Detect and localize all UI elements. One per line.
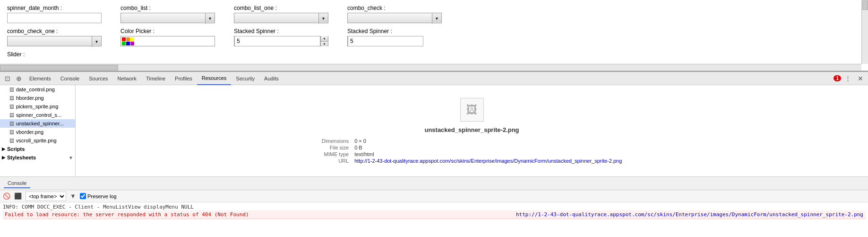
devtools-body: 🖼 date_control.png 🖼 hborder.png 🖼 picke… (0, 85, 868, 176)
devtools-main: 🖼 unstacked_spinner_sprite-2.png Dimensi… (76, 85, 868, 176)
preserve-log-text: Preserve log (87, 193, 117, 199)
console-tab-bar: Console (0, 176, 868, 190)
slider-label: Slider : (7, 51, 25, 58)
color-picker-label: Color Picker : (120, 28, 215, 35)
combo-check-one-arrow[interactable]: ▼ (92, 36, 101, 47)
tab-console[interactable]: Console (56, 72, 84, 85)
stacked-spinner-1-label: Stacked Spinner : (234, 28, 328, 35)
sidebar-file-vscroll-sprite[interactable]: 🖼 vscroll_sprite.png (0, 136, 75, 145)
tab-timeline[interactable]: Timeline (141, 72, 170, 85)
color-purple (130, 42, 134, 45)
devtools-sidebar: 🖼 date_control.png 🖼 hborder.png 🖼 picke… (0, 85, 76, 176)
stylesheets-scroll-arrow: ▼ (69, 155, 73, 160)
stacked-spinner-1-control[interactable]: ▲ ▼ (234, 36, 328, 46)
combo-check-field: combo_check : ▼ (347, 5, 442, 23)
size-label: File size (322, 145, 349, 150)
color-green (122, 42, 126, 45)
console-tab-btn[interactable]: Console (4, 179, 30, 188)
file-icon-0: 🖼 (9, 87, 14, 92)
sidebar-file-list: 🖼 date_control.png 🖼 hborder.png 🖼 picke… (0, 85, 75, 145)
console-clear-btn[interactable]: 🚫 (3, 193, 10, 200)
tab-resources[interactable]: Resources (197, 72, 232, 85)
spinner-date-month-input[interactable] (7, 13, 102, 23)
h-scrollbar-thumb (0, 65, 118, 70)
color-red (122, 37, 126, 41)
stacked-spinner-1-field: Stacked Spinner : ▲ ▼ (234, 28, 328, 46)
stacked-spinner-1-arrows: ▲ ▼ (320, 36, 328, 46)
resource-preview: 🖼 unstacked_spinner_sprite-2.png Dimensi… (322, 98, 622, 164)
console-log-area: INFO: COMM DOCC_EXEC - Client - MenuList… (0, 202, 868, 237)
combo-check-select[interactable]: ▼ (347, 13, 442, 23)
combo-list-arrow[interactable]: ▼ (205, 13, 215, 24)
sidebar-file-vborder[interactable]: 🖼 vborder.png (0, 128, 75, 136)
devtools-right-icons: 1 ⋮ ✕ (834, 73, 866, 84)
combo-list-field: combo_list : ▼ (120, 5, 215, 23)
tab-network[interactable]: Network (113, 72, 141, 85)
color-picker-field: Color Picker : (120, 28, 215, 46)
devtools-close-btn[interactable]: ✕ (855, 73, 866, 84)
stacked-spinner-1-input[interactable] (234, 36, 320, 46)
stylesheets-triangle: ▶ (2, 155, 5, 160)
sidebar-file-date-control[interactable]: 🖼 date_control.png (0, 85, 75, 94)
combo-list-one-arrow[interactable]: ▼ (318, 13, 328, 24)
combo-check-label: combo_check : (347, 5, 442, 11)
tab-sources[interactable]: Sources (84, 72, 112, 85)
file-icon-6: 🖼 (9, 138, 14, 143)
console-filter-btn[interactable]: ⬛ (14, 193, 22, 200)
devtools-dock-btn[interactable]: ⊡ (2, 73, 13, 84)
combo-list-select[interactable]: ▼ (120, 13, 215, 23)
frame-select[interactable]: <top frame> (26, 192, 66, 201)
stacked-spinner-1-down[interactable]: ▼ (321, 42, 328, 47)
sidebar-file-pickers-sprite[interactable]: 🖼 pickers_sprite.png (0, 102, 75, 111)
console-error-url[interactable]: http://1-2-43-dot-qualityrace.appspot.co… (516, 211, 863, 218)
file-icon-3: 🖼 (9, 113, 14, 118)
spinner-date-month-field: spinner_date_month : (7, 5, 102, 23)
stacked-spinner-2-control[interactable] (347, 36, 395, 46)
frame-dropdown-btn[interactable]: ▼ (70, 193, 76, 200)
combo-check-one-select[interactable]: ▼ (7, 36, 102, 46)
resource-details: Dimensions 0 × 0 File size 0 B MIME type… (322, 138, 622, 164)
color-yellow (130, 37, 134, 41)
stacked-spinner-2-label: Stacked Spinner : (347, 28, 395, 35)
devtools-inspect-btn[interactable]: ⊕ (13, 73, 25, 84)
tab-elements[interactable]: Elements (25, 72, 56, 85)
sidebar-file-spinner-control[interactable]: 🖼 spinner_control_s... (0, 111, 75, 119)
color-grid (122, 37, 134, 45)
sidebar-file-hborder[interactable]: 🖼 hborder.png (0, 94, 75, 102)
sidebar-section-stylesheets[interactable]: ▶ Stylesheets ▼ (0, 153, 75, 162)
form-row-2: combo_check_one : ▼ Color Picker : Stack… (7, 28, 861, 46)
devtools-toolbar: ⊡ ⊕ Elements Console Sources Network Tim… (0, 72, 868, 85)
color-picker-control[interactable] (120, 36, 215, 46)
resource-preview-icon: 🖼 (460, 98, 484, 122)
resource-url-link[interactable]: http://1-2-43-dot-qualityrace.appspot.co… (354, 158, 622, 164)
h-scrollbar[interactable] (0, 64, 861, 70)
preserve-log-label[interactable]: Preserve log (80, 193, 117, 199)
combo-check-one-field: combo_check_one : ▼ (7, 28, 102, 46)
v-scrollbar-thumb (862, 0, 868, 10)
tab-profiles[interactable]: Profiles (170, 72, 197, 85)
dim-label: Dimensions (322, 138, 349, 144)
console-error-line: Failed to load resource: the server resp… (3, 211, 865, 219)
sidebar-section-scripts[interactable]: ▶ Scripts (0, 145, 75, 153)
console-bottom: 🚫 ⬛ <top frame> ▼ Preserve log INFO: COM… (0, 190, 868, 237)
preserve-log-checkbox[interactable] (80, 193, 86, 199)
v-scrollbar[interactable] (861, 0, 868, 64)
form-row-3: Slider : (7, 51, 861, 58)
combo-check-one-label: combo_check_one : (7, 28, 102, 35)
sidebar-file-unstacked-spinner[interactable]: 🖼 unstacked_spinner... (0, 119, 75, 128)
file-icon-4: 🖼 (9, 121, 14, 126)
stacked-spinner-1-up[interactable]: ▲ (321, 36, 328, 42)
spinner-date-month-label: spinner_date_month : (7, 5, 102, 11)
file-icon-2: 🖼 (9, 104, 14, 109)
stacked-spinner-2-input[interactable] (348, 36, 423, 46)
tab-audits[interactable]: Audits (259, 72, 284, 85)
scripts-triangle: ▶ (2, 147, 5, 151)
mime-label: MIME type (322, 151, 349, 157)
combo-list-one-select[interactable]: ▼ (234, 13, 328, 23)
tab-security[interactable]: Security (231, 72, 259, 85)
size-value: 0 B (354, 145, 622, 150)
console-error-text: Failed to load resource: the server resp… (5, 211, 249, 218)
url-label: URL (322, 158, 349, 164)
combo-check-arrow[interactable]: ▼ (432, 13, 441, 24)
file-icon-1: 🖼 (9, 96, 14, 101)
